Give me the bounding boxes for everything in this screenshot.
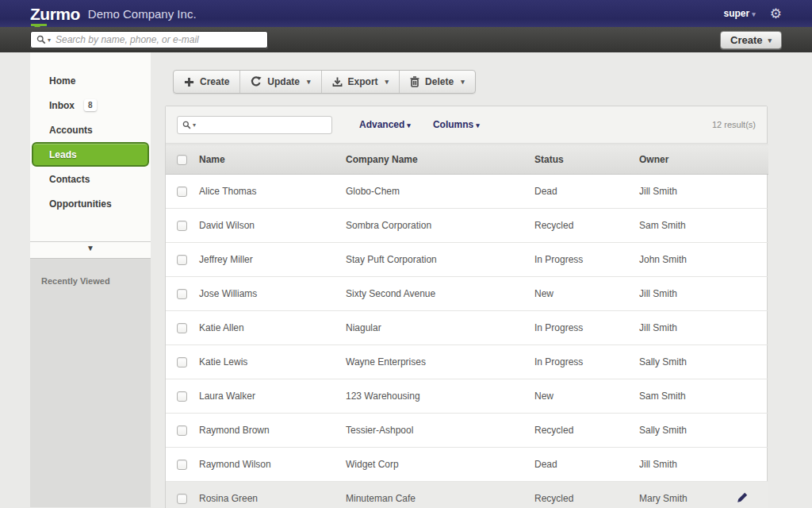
table-row[interactable]: Jeffrey Miller Stay Puft Corporation In …: [166, 243, 768, 277]
chevron-down-icon: ▾: [307, 78, 311, 86]
list-search-box[interactable]: ▾: [177, 116, 332, 134]
mass-action-toolbar: Create Update ▾ Export ▾: [173, 70, 476, 94]
user-name: super: [724, 8, 750, 19]
table-body: Alice Thomas Globo-Chem Dead Jill Smith …: [166, 175, 768, 508]
main-panel: Create Update ▾ Export ▾: [165, 52, 768, 508]
row-name[interactable]: Rosina Green: [199, 482, 346, 508]
row-name[interactable]: Katie Allen: [199, 311, 346, 345]
row-company: 123 Warehousing: [346, 379, 534, 414]
update-button[interactable]: Update ▾: [240, 71, 321, 93]
topbar-right: super▾ ⚙: [724, 0, 782, 27]
delete-button[interactable]: Delete ▾: [400, 71, 475, 93]
columns-link[interactable]: Columns▾: [433, 119, 480, 130]
search-scope-caret-icon[interactable]: ▾: [48, 37, 51, 44]
search-icon: [36, 35, 46, 44]
row-owner: Sally Smith: [639, 345, 737, 379]
edit-pencil-icon[interactable]: [737, 492, 748, 503]
search-bar-row: ▾ Create ▾: [0, 27, 812, 52]
table-row[interactable]: Rosina Green Minuteman Cafe Recycled Mar…: [166, 482, 768, 508]
row-company: Tessier-Ashpool: [346, 414, 534, 448]
recently-viewed-label: Recently Viewed: [41, 276, 151, 286]
row-owner: Jill Smith: [639, 175, 737, 209]
row-owner: Sam Smith: [639, 379, 737, 414]
column-header-owner[interactable]: Owner: [639, 144, 737, 175]
row-name[interactable]: Raymond Wilson: [199, 448, 346, 482]
table-row[interactable]: Katie Lewis Wayne Enterprises In Progres…: [166, 345, 768, 379]
result-count: 12 result(s): [712, 120, 756, 129]
table-row[interactable]: Raymond Wilson Widget Corp Dead Jill Smi…: [166, 448, 768, 482]
table-row[interactable]: Katie Allen Niagular In Progress Jill Sm…: [166, 311, 768, 345]
sidebar-item-inbox[interactable]: Inbox 8: [30, 93, 151, 117]
row-checkbox[interactable]: [177, 221, 187, 231]
row-checkbox[interactable]: [177, 425, 187, 436]
row-checkbox[interactable]: [177, 255, 187, 265]
global-search-box[interactable]: ▾: [30, 31, 268, 48]
row-owner: Jill Smith: [639, 311, 737, 345]
recently-viewed-panel: Recently Viewed: [30, 258, 151, 507]
sidebar-item-label: Leads: [49, 149, 77, 160]
zurmo-app: { "topbar": { "logo": "Zurmo", "company"…: [0, 0, 812, 508]
row-checkbox[interactable]: [177, 289, 187, 299]
table-row[interactable]: Alice Thomas Globo-Chem Dead Jill Smith: [166, 175, 768, 209]
column-header-name[interactable]: Name: [199, 144, 346, 175]
row-checkbox[interactable]: [177, 357, 187, 368]
chevron-down-icon: ▾: [768, 37, 772, 44]
row-name[interactable]: Raymond Brown: [199, 414, 346, 448]
company-name: Demo Company Inc.: [88, 7, 197, 21]
row-name[interactable]: Jose Williams: [199, 277, 346, 311]
content-area: Home Inbox 8 Accounts Leads Contacts Opp…: [0, 52, 812, 508]
table-row[interactable]: Laura Walker 123 Warehousing New Sam Smi…: [166, 379, 768, 414]
row-checkbox[interactable]: [177, 460, 187, 470]
create-button[interactable]: Create: [174, 71, 240, 93]
row-name[interactable]: Jeffrey Miller: [199, 243, 346, 277]
table-header-row: Name Company Name Status Owner: [166, 144, 768, 175]
list-controls: ▾ Advanced▾ Columns▾ 12 result(s): [166, 106, 767, 144]
table-row[interactable]: David Wilson Sombra Corporation Recycled…: [166, 209, 768, 243]
create-global-button[interactable]: Create ▾: [720, 31, 782, 49]
select-all-checkbox[interactable]: [177, 155, 187, 165]
global-search-input[interactable]: [56, 34, 262, 45]
row-status: New: [534, 277, 639, 311]
row-status: Dead: [534, 175, 639, 209]
sidebar-item-opportunities[interactable]: Opportunities: [30, 191, 151, 216]
row-name[interactable]: David Wilson: [199, 209, 346, 243]
search-icon: [182, 121, 191, 129]
sidebar-item-home[interactable]: Home: [30, 68, 151, 93]
row-name[interactable]: Alice Thomas: [199, 175, 346, 209]
row-checkbox[interactable]: [177, 323, 187, 333]
row-status: In Progress: [534, 311, 639, 345]
search-scope-caret-icon[interactable]: ▾: [193, 121, 196, 129]
list-search-input[interactable]: [200, 119, 327, 130]
row-checkbox[interactable]: [177, 494, 187, 504]
sidebar-item-leads[interactable]: Leads: [32, 142, 149, 167]
zurmo-logo[interactable]: Zurmo: [30, 6, 80, 22]
column-header-company[interactable]: Company Name: [346, 144, 534, 175]
table-row[interactable]: Jose Williams Sixty Second Avenue New Ji…: [166, 277, 768, 311]
row-checkbox[interactable]: [177, 187, 187, 197]
row-name[interactable]: Laura Walker: [199, 379, 346, 414]
row-status: New: [534, 379, 639, 414]
chevron-down-icon: ▾: [752, 10, 756, 18]
export-button[interactable]: Export ▾: [322, 71, 400, 93]
row-company: Stay Puft Corporation: [346, 243, 534, 277]
row-company: Minuteman Cafe: [346, 482, 534, 508]
row-checkbox[interactable]: [177, 391, 187, 402]
user-menu[interactable]: super▾: [724, 8, 756, 19]
logo-text: Zurmo: [30, 5, 80, 23]
row-owner: John Smith: [639, 243, 737, 277]
sidebar-collapse-icon[interactable]: ▼: [30, 242, 151, 258]
table-row[interactable]: Raymond Brown Tessier-Ashpool Recycled S…: [166, 414, 768, 448]
advanced-search-link[interactable]: Advanced▾: [359, 119, 411, 130]
column-header-status[interactable]: Status: [534, 144, 639, 175]
sidebar-item-label: Accounts: [49, 125, 93, 136]
row-owner: Sam Smith: [639, 209, 737, 243]
sidebar-item-accounts[interactable]: Accounts: [30, 117, 151, 142]
plus-icon: [184, 77, 194, 87]
gear-icon[interactable]: ⚙: [770, 7, 782, 21]
row-name[interactable]: Katie Lewis: [199, 345, 346, 379]
sidebar-item-contacts[interactable]: Contacts: [30, 167, 151, 191]
row-status: Recycled: [534, 482, 639, 508]
sidebar-item-label: Home: [49, 75, 75, 87]
download-icon: [332, 76, 343, 87]
refresh-icon: [251, 76, 262, 87]
